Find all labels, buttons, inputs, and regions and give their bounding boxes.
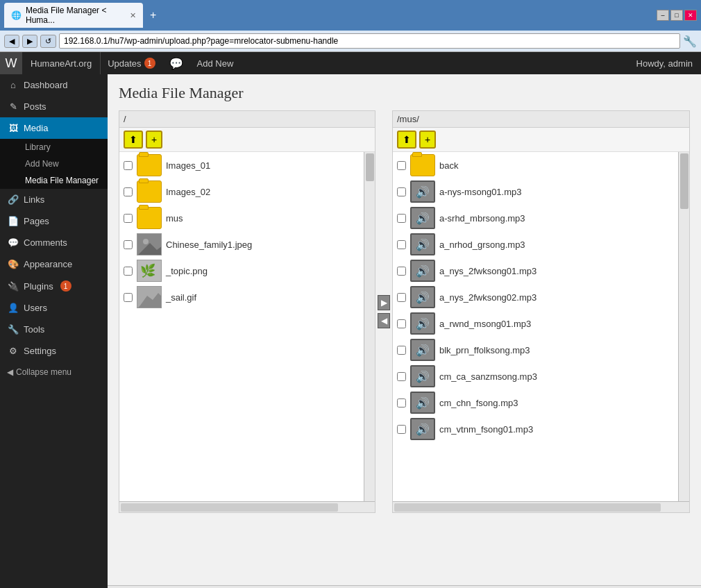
maximize-button[interactable]: □ bbox=[670, 10, 683, 21]
item-checkbox[interactable] bbox=[397, 187, 406, 196]
tab-close-icon[interactable]: ✕ bbox=[130, 11, 136, 20]
list-item[interactable]: Chinese_family1.jpeg bbox=[119, 231, 364, 258]
sidebar-sub-library[interactable]: Library bbox=[19, 139, 108, 156]
right-pane-up-button[interactable]: ⬆ bbox=[397, 131, 416, 149]
sidebar-item-links[interactable]: 🔗 Links bbox=[0, 189, 108, 210]
add-new-link[interactable]: Add New bbox=[190, 58, 241, 69]
list-item[interactable]: 🔊 a_rwnd_msong01.mp3 bbox=[393, 310, 678, 337]
list-item[interactable]: 🔊 blk_prn_ffolksong.mp3 bbox=[393, 337, 678, 363]
folder-icon bbox=[410, 154, 435, 176]
item-checkbox[interactable] bbox=[124, 214, 133, 223]
item-checkbox[interactable] bbox=[397, 240, 406, 249]
howdy-text: Howdy, admin bbox=[628, 58, 701, 69]
sidebar-item-plugins[interactable]: 🔌 Plugins 1 bbox=[0, 275, 108, 297]
sidebar-sub-add-new[interactable]: Add New bbox=[19, 156, 108, 172]
right-pane-scrollbar[interactable] bbox=[678, 152, 689, 501]
item-checkbox[interactable] bbox=[397, 161, 406, 170]
sidebar-item-pages[interactable]: 📄 Pages bbox=[0, 210, 108, 232]
dashboard-icon: ⌂ bbox=[7, 80, 19, 90]
item-checkbox[interactable] bbox=[397, 346, 406, 355]
sidebar-item-dashboard[interactable]: ⌂ Dashboard bbox=[0, 74, 108, 96]
item-checkbox[interactable] bbox=[397, 267, 406, 276]
plugins-icon: 🔌 bbox=[7, 281, 19, 292]
item-checkbox[interactable] bbox=[397, 425, 406, 434]
left-pane-add-button[interactable]: + bbox=[146, 131, 162, 149]
wp-admin-bar: W HumaneArt.org Updates 1 💬 Add New Howd… bbox=[0, 52, 701, 74]
list-item[interactable]: 🔊 a_nys_2fwksong01.mp3 bbox=[393, 258, 678, 284]
updates-menu[interactable]: Updates 1 bbox=[101, 58, 162, 69]
fm-middle-arrows: ▶ ◀ bbox=[375, 110, 392, 513]
sidebar-item-media[interactable]: 🖼 Media bbox=[0, 117, 108, 139]
sidebar-menu-2: 🔗 Links 📄 Pages 💬 Comments 🎨 Appearance … bbox=[0, 189, 108, 362]
item-checkbox[interactable] bbox=[124, 293, 133, 302]
item-name: Images_02 bbox=[166, 187, 210, 197]
updates-label: Updates bbox=[108, 58, 141, 69]
image-thumbnail bbox=[137, 286, 162, 308]
svg-text:🌿: 🌿 bbox=[140, 263, 156, 278]
move-right-button[interactable]: ▶ bbox=[378, 295, 390, 310]
collapse-menu[interactable]: ◀ Collapse menu bbox=[0, 362, 108, 383]
sidebar-item-users[interactable]: 👤 Users bbox=[0, 297, 108, 319]
left-pane-path: / bbox=[119, 111, 375, 128]
item-checkbox[interactable] bbox=[124, 240, 133, 249]
browser-tab[interactable]: 🌐 Media File Manager < Huma... ✕ bbox=[4, 3, 143, 28]
list-item[interactable]: Images_01 bbox=[119, 152, 364, 178]
item-checkbox[interactable] bbox=[397, 398, 406, 408]
item-checkbox[interactable] bbox=[397, 293, 406, 302]
list-item[interactable]: _sail.gif bbox=[119, 284, 364, 310]
right-pane-add-button[interactable]: + bbox=[419, 131, 436, 149]
sidebar-item-tools[interactable]: 🔧 Tools bbox=[0, 319, 108, 340]
close-button[interactable]: ✕ bbox=[684, 10, 697, 21]
wp-layout: ⌂ Dashboard ✎ Posts 🖼 Media Library Add … bbox=[0, 74, 701, 588]
audio-icon: 🔊 bbox=[410, 180, 435, 203]
item-name: _topic.png bbox=[166, 266, 208, 276]
left-pane-hscroll[interactable] bbox=[119, 501, 375, 512]
item-name: Chinese_family1.jpeg bbox=[166, 240, 252, 250]
item-checkbox[interactable] bbox=[124, 161, 133, 170]
list-item[interactable]: mus bbox=[119, 205, 364, 231]
item-checkbox[interactable] bbox=[124, 187, 133, 196]
move-left-button[interactable]: ◀ bbox=[378, 313, 390, 328]
forward-button[interactable]: ▶ bbox=[22, 35, 37, 48]
folder-icon bbox=[137, 180, 162, 203]
list-item[interactable]: 🔊 a-srhd_mbrsong.mp3 bbox=[393, 205, 678, 231]
right-pane-hscroll[interactable] bbox=[393, 501, 689, 512]
comments-menu-icon: 💬 bbox=[7, 237, 19, 248]
sidebar-item-comments[interactable]: 💬 Comments bbox=[0, 232, 108, 253]
sidebar-item-posts[interactable]: ✎ Posts bbox=[0, 96, 108, 117]
list-item[interactable]: 🔊 a_nrhod_grsong.mp3 bbox=[393, 231, 678, 258]
item-checkbox[interactable] bbox=[397, 214, 406, 223]
list-item[interactable]: 🔊 cm_vtnm_fsong01.mp3 bbox=[393, 416, 678, 442]
wp-logo[interactable]: W bbox=[0, 52, 22, 74]
new-tab-button[interactable]: + bbox=[146, 8, 160, 23]
left-pane: / ⬆ + Images_01 bbox=[119, 110, 375, 513]
site-name[interactable]: HumaneArt.org bbox=[22, 52, 101, 74]
item-checkbox[interactable] bbox=[397, 319, 406, 328]
list-item[interactable]: Images_02 bbox=[119, 178, 364, 205]
list-item[interactable]: 🌿 _topic.png bbox=[119, 258, 364, 284]
list-item[interactable]: back bbox=[393, 152, 678, 178]
appearance-icon: 🎨 bbox=[7, 259, 19, 269]
comments-icon[interactable]: 💬 bbox=[162, 57, 190, 70]
back-button[interactable]: ◀ bbox=[4, 35, 19, 48]
sidebar-sub-media-file-manager[interactable]: Media File Manager bbox=[19, 172, 108, 189]
sidebar-item-settings[interactable]: ⚙ Settings bbox=[0, 340, 108, 362]
right-pane-list: back 🔊 a-nys-msong01.mp3 🔊 a-srhd_mbrs bbox=[393, 152, 678, 501]
list-item[interactable]: 🔊 cm_ca_sanzmsong.mp3 bbox=[393, 363, 678, 389]
list-item[interactable]: 🔊 cm_chn_fsong.mp3 bbox=[393, 389, 678, 416]
wp-sidebar: ⌂ Dashboard ✎ Posts 🖼 Media Library Add … bbox=[0, 74, 108, 588]
browser-settings-button[interactable]: 🔧 bbox=[683, 35, 697, 48]
sidebar-item-appearance[interactable]: 🎨 Appearance bbox=[0, 253, 108, 275]
list-item[interactable]: 🔊 a-nys-msong01.mp3 bbox=[393, 178, 678, 205]
tab-favicon: 🌐 bbox=[11, 10, 22, 20]
settings-icon: ⚙ bbox=[7, 346, 19, 356]
item-checkbox[interactable] bbox=[124, 267, 133, 276]
left-pane-up-button[interactable]: ⬆ bbox=[124, 131, 143, 149]
minimize-button[interactable]: – bbox=[657, 10, 669, 21]
address-bar[interactable] bbox=[59, 33, 680, 49]
item-checkbox[interactable] bbox=[397, 372, 406, 381]
list-item[interactable]: 🔊 a_nys_2fwksong02.mp3 bbox=[393, 284, 678, 310]
left-pane-scrollbar[interactable] bbox=[364, 152, 375, 501]
wp-main: Media File Manager / ⬆ + bbox=[108, 74, 701, 588]
reload-button[interactable]: ↺ bbox=[40, 35, 56, 48]
